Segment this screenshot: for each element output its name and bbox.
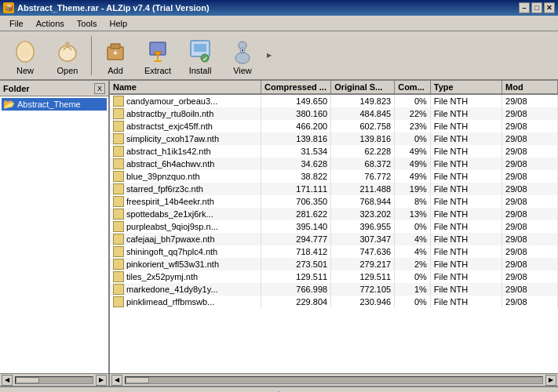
menu-file[interactable]: File [3, 17, 30, 30]
table-row[interactable]: blue_39pnzquo.nth38.82276.77249%File NTH… [110, 170, 558, 183]
file-scroll-right-button[interactable]: ▶ [545, 375, 556, 386]
table-row[interactable]: starred_fpf6rz3c.nth171.111211.48819%Fil… [110, 183, 558, 195]
file-original-cell: 602.758 [331, 120, 395, 132]
close-button[interactable]: ✕ [544, 2, 555, 13]
extract-label: Extract [144, 66, 171, 75]
file-compressed-cell: 139.816 [261, 132, 331, 145]
view-label: View [233, 66, 252, 75]
file-com-cell: 19% [395, 183, 431, 195]
table-row[interactable]: cafejaaj_bh7pwaxe.nth294.777307.3474%Fil… [110, 233, 558, 245]
col-header-name[interactable]: Name [110, 81, 261, 94]
toolbar-view-button[interactable]: View [222, 34, 263, 77]
file-mod-cell: 29/08 [502, 120, 558, 132]
maximize-button[interactable]: □ [531, 2, 542, 13]
toolbar-extract-button[interactable]: Extract [137, 34, 178, 77]
file-scroll-thumb[interactable] [126, 377, 149, 383]
file-name: blue_39pnzquo.nth [126, 172, 200, 181]
table-row[interactable]: abstractby_rtu8oiln.nth380.160484.84522%… [110, 107, 558, 120]
folder-close-button[interactable]: X [94, 83, 105, 94]
col-header-com[interactable]: Com... [395, 81, 431, 94]
toolbar-more-button[interactable]: ▶ [264, 34, 274, 77]
table-row[interactable]: purpleabst_9qioj9sp.n...395.140396.9550%… [110, 220, 558, 233]
file-original-cell: 149.823 [331, 94, 395, 107]
view-icon [228, 36, 257, 64]
file-scroll-left-button[interactable]: ◀ [111, 375, 122, 386]
menu-help[interactable]: Help [104, 17, 134, 30]
table-row[interactable]: spottedabs_2e1xj6rk...281.622323.20213%F… [110, 208, 558, 220]
table-row[interactable]: markedone_41dy8y1y...766.998772.1051%Fil… [110, 283, 558, 296]
folder-scroll-bottom: ◀ ▶ [0, 374, 110, 386]
table-row[interactable]: simplicity_cxoh17aw.nth139.816139.8160%F… [110, 132, 558, 145]
table-row[interactable]: tiles_2x52pymj.nth129.511129.5110%File N… [110, 270, 558, 283]
file-compressed-cell: 718.412 [261, 245, 331, 258]
file-name: purpleabst_9qioj9sp.n... [126, 222, 218, 231]
file-name: abstractby_rtu8oiln.nth [126, 109, 213, 118]
file-table-header: Name Compressed ... Original S... Com...… [110, 81, 558, 94]
scroll-thumb[interactable] [16, 377, 39, 383]
table-row[interactable]: freespirit_14b4eekr.nth706.350768.9448%F… [110, 195, 558, 208]
file-name: pinkorient_wfl53w31.nth [126, 260, 219, 269]
folder-item-abstract-theme[interactable]: 📂 Abstract_Theme [2, 98, 107, 111]
file-com-cell: 0% [395, 220, 431, 233]
folder-tree[interactable]: 📂 Abstract_Theme [0, 96, 108, 373]
file-name: freespirit_14b4eekr.nth [126, 197, 214, 206]
scroll-track[interactable] [15, 376, 93, 384]
file-name-cell: candyamour_orbeau3... [110, 94, 261, 107]
col-header-type[interactable]: Type [430, 81, 501, 94]
file-type-cell: File NTH [430, 132, 501, 145]
file-compressed-cell: 466.200 [261, 120, 331, 132]
minimize-button[interactable]: – [519, 2, 530, 13]
table-row[interactable]: shiningoft_qq7hplc4.nth718.412747.6364%F… [110, 245, 558, 258]
table-row[interactable]: pinklimead_rffbmswb...229.804230.9460%Fi… [110, 296, 558, 308]
file-type-cell: File NTH [430, 145, 501, 158]
svg-rect-11 [194, 44, 206, 52]
file-compressed-cell: 395.140 [261, 220, 331, 233]
col-header-mod[interactable]: Mod [502, 81, 558, 94]
window-controls: – □ ✕ [519, 2, 555, 13]
file-type-cell: File NTH [430, 233, 501, 245]
file-name: pinklimead_rffbmswb... [126, 297, 214, 307]
file-mod-cell: 29/08 [502, 245, 558, 258]
file-com-cell: 2% [395, 258, 431, 270]
file-original-cell: 68.372 [331, 158, 395, 170]
menu-tools[interactable]: Tools [71, 17, 104, 30]
toolbar-open-button[interactable]: Open [47, 34, 88, 77]
menu-bar: File Actions Tools Help [0, 16, 558, 31]
file-original-cell: 772.105 [331, 283, 395, 296]
file-com-cell: 49% [395, 158, 431, 170]
file-com-cell: 4% [395, 233, 431, 245]
install-icon: ✓ [186, 36, 214, 64]
file-compressed-cell: 380.160 [261, 107, 331, 120]
table-row[interactable]: pinkorient_wfl53w31.nth273.501279.2172%F… [110, 258, 558, 270]
title-bar: 📦 Abstract_Theme.rar - ALZip v7.4 (Trial… [0, 0, 558, 16]
file-type-cell: File NTH [430, 258, 501, 270]
table-row[interactable]: abstractst_exjc45ff.nth466.200602.75823%… [110, 120, 558, 132]
file-type-cell: File NTH [430, 296, 501, 308]
table-row[interactable]: candyamour_orbeau3...149.650149.8230%Fil… [110, 94, 558, 107]
file-scroll-bottom: ◀ ▶ [110, 374, 558, 386]
toolbar-add-button[interactable]: + Add [95, 34, 136, 77]
file-type-cell: File NTH [430, 245, 501, 258]
file-com-cell: 49% [395, 145, 431, 158]
status-bar: 0 Files Select, 0 Byte Total 21 Files, 6… [0, 386, 558, 392]
file-name-cell: pinklimead_rffbmswb... [110, 296, 261, 308]
file-name-cell: starred_fpf6rz3c.nth [110, 183, 261, 195]
scroll-left-button[interactable]: ◀ [2, 375, 13, 386]
file-type-cell: File NTH [430, 195, 501, 208]
file-original-cell: 62.228 [331, 145, 395, 158]
folder-open-icon: 📂 [3, 99, 15, 110]
file-original-cell: 323.202 [331, 208, 395, 220]
table-row[interactable]: abstract_6h4achwv.nth34.62868.37249%File… [110, 158, 558, 170]
toolbar-new-button[interactable]: New [5, 34, 46, 77]
file-name-cell: abstractby_rtu8oiln.nth [110, 107, 261, 120]
file-mod-cell: 29/08 [502, 158, 558, 170]
table-row[interactable]: abstract_h1ik1s42.nth31.53462.22849%File… [110, 145, 558, 158]
scroll-right-button[interactable]: ▶ [96, 375, 107, 386]
col-header-compressed[interactable]: Compressed ... [261, 81, 331, 94]
menu-actions[interactable]: Actions [30, 17, 71, 30]
file-scroll-track[interactable] [125, 376, 543, 384]
col-header-original[interactable]: Original S... [331, 81, 395, 94]
file-scroll-container[interactable]: Name Compressed ... Original S... Com...… [110, 81, 558, 373]
toolbar-install-button[interactable]: ✓ Install [180, 34, 221, 77]
file-com-cell: 1% [395, 283, 431, 296]
